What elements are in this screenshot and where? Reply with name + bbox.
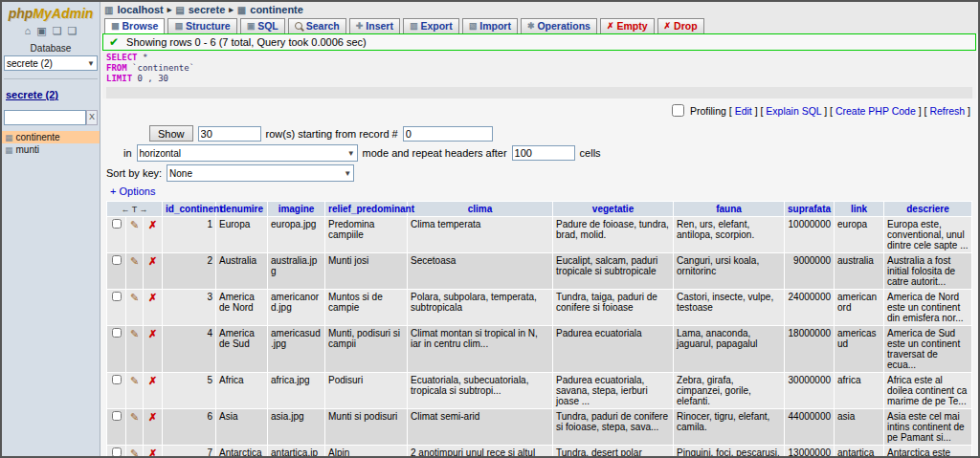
explain-sql-link[interactable]: Explain SQL bbox=[766, 105, 821, 117]
tab-bar: ▦Browse▤Structure▣SQLSearch✚Insert▥Expor… bbox=[104, 18, 974, 33]
tab-search[interactable]: Search bbox=[288, 18, 346, 33]
cell-imagine: asia.jpg bbox=[268, 409, 325, 446]
cell-link: australia bbox=[835, 253, 884, 290]
column-header-clima[interactable]: clima bbox=[408, 202, 553, 217]
edit-pencil-icon[interactable]: ✎ bbox=[130, 292, 139, 303]
edit-pencil-icon[interactable]: ✎ bbox=[130, 328, 139, 339]
rows-label: row(s) starting from record # bbox=[266, 128, 398, 140]
sidebar-table-munti[interactable]: ▦munti bbox=[2, 143, 100, 156]
tab-operations[interactable]: ✱Operations bbox=[521, 18, 597, 33]
sidebar-table-continente[interactable]: ▦continente bbox=[2, 131, 100, 143]
row-checkbox[interactable] bbox=[112, 375, 122, 384]
phpmyadmin-docs-icon[interactable]: ❏ bbox=[53, 25, 62, 37]
breadcrumb-separator: ▸ bbox=[167, 5, 172, 14]
sql-text: `continente` bbox=[127, 63, 194, 73]
show-button[interactable]: Show bbox=[149, 125, 193, 142]
refresh-link[interactable]: Refresh bbox=[929, 105, 965, 117]
browse-icon: ▦ bbox=[111, 21, 120, 31]
breadcrumb-database[interactable]: secrete bbox=[189, 4, 226, 15]
table-filter-input[interactable] bbox=[4, 110, 86, 125]
current-database-link[interactable]: secrete (2) bbox=[2, 81, 100, 106]
cell-denumire: America de Sud bbox=[216, 326, 268, 373]
column-header-fauna[interactable]: fauna bbox=[674, 202, 785, 217]
tab-sql[interactable]: ▣SQL bbox=[240, 18, 285, 33]
row-edit-cell: ✎ bbox=[126, 409, 144, 446]
cell-fauna: Ren, urs, elefant, antilopa, scorpion. bbox=[674, 217, 785, 253]
breadcrumb-server[interactable]: localhost bbox=[117, 4, 163, 15]
delete-x-icon[interactable]: ✗ bbox=[148, 411, 157, 423]
breadcrumb: ▥ localhost ▸ ▤ secrete ▸ ▦ continente bbox=[104, 4, 974, 15]
tab-drop[interactable]: ✗Drop bbox=[657, 18, 704, 33]
column-header-imagine[interactable]: imagine bbox=[268, 202, 325, 217]
tab-browse[interactable]: ▦Browse bbox=[104, 18, 165, 33]
database-select[interactable]: secrete (2)▼ bbox=[4, 55, 98, 71]
cell-denumire: Asia bbox=[216, 409, 268, 446]
edit-pencil-icon[interactable]: ✎ bbox=[130, 411, 139, 423]
edit-pencil-icon[interactable]: ✎ bbox=[130, 255, 139, 267]
row-checkbox[interactable] bbox=[112, 411, 122, 421]
delete-x-icon[interactable]: ✗ bbox=[148, 375, 157, 386]
repeat-headers-input[interactable] bbox=[512, 145, 575, 161]
edit-pencil-icon[interactable]: ✎ bbox=[130, 375, 139, 386]
row-checkbox[interactable] bbox=[112, 292, 122, 301]
edit-link[interactable]: Edit bbox=[735, 105, 752, 117]
breadcrumb-table[interactable]: continente bbox=[250, 4, 303, 15]
row-edit-cell: ✎ bbox=[126, 326, 144, 373]
table-icon: ▦ bbox=[5, 145, 13, 155]
table-row: ✎✗6Asiaasia.jpgMunti si podisuriClimat s… bbox=[107, 409, 972, 446]
options-toggle[interactable]: + Options bbox=[110, 185, 155, 197]
delete-x-icon[interactable]: ✗ bbox=[148, 219, 157, 230]
create-php-code-link[interactable]: Create PHP Code bbox=[835, 105, 916, 117]
table-header-row: ← T → id_continentdenumireimaginerelief_… bbox=[107, 202, 972, 217]
mysql-docs-icon[interactable]: ❏ bbox=[68, 25, 78, 37]
row-edit-cell: ✎ bbox=[126, 290, 144, 326]
delete-x-icon[interactable]: ✗ bbox=[148, 255, 157, 267]
delete-x-icon[interactable]: ✗ bbox=[148, 292, 157, 303]
mode-select[interactable]: horizontal▼ bbox=[137, 144, 358, 162]
operations-icon: ✱ bbox=[527, 21, 535, 31]
cell-imagine: americanord.jpg bbox=[268, 290, 325, 326]
tab-export[interactable]: ▥Export bbox=[403, 18, 459, 33]
row-delete-cell: ✗ bbox=[144, 253, 163, 290]
cell-imagine: africa.jpg bbox=[268, 373, 325, 409]
column-header-link[interactable]: link bbox=[835, 202, 884, 217]
clear-filter-button[interactable]: X bbox=[86, 110, 98, 125]
edit-pencil-icon[interactable]: ✎ bbox=[130, 447, 139, 456]
cell-clima: Climat semi-arid bbox=[408, 409, 553, 446]
tab-structure[interactable]: ▤Structure bbox=[167, 18, 236, 33]
import-icon: ▧ bbox=[469, 21, 478, 31]
sort-key-select[interactable]: None▼ bbox=[167, 164, 354, 182]
column-header-relief_predominant[interactable]: relief_predominant bbox=[325, 202, 408, 217]
cell-descriere: Europa este, conventional, unul dintre c… bbox=[884, 217, 972, 253]
delete-x-icon[interactable]: ✗ bbox=[148, 328, 157, 339]
tab-import[interactable]: ▧Import bbox=[462, 18, 518, 33]
home-icon[interactable]: ⌂ bbox=[25, 25, 32, 37]
row-checkbox[interactable] bbox=[112, 255, 122, 265]
table-list: ▦continente▦munti bbox=[2, 131, 100, 156]
row-checkbox[interactable] bbox=[112, 328, 122, 338]
column-header-id_continent[interactable]: id_continent bbox=[163, 202, 216, 217]
pagination-top: Show row(s) starting from record # in ho… bbox=[106, 125, 976, 199]
start-record-input[interactable] bbox=[403, 126, 493, 142]
profiling-checkbox[interactable] bbox=[672, 104, 684, 117]
column-header-vegetatie[interactable]: vegetatie bbox=[553, 202, 674, 217]
row-nav-header[interactable]: ← T → bbox=[107, 202, 163, 217]
column-header-suprafata[interactable]: suprafata bbox=[785, 202, 835, 217]
row-checkbox[interactable] bbox=[112, 219, 122, 229]
table-row: ✎✗3America de Nordamericanord.jpgMuntos … bbox=[107, 290, 972, 326]
sql-line: LIMIT 0 , 30 bbox=[106, 74, 972, 84]
cell-id_continent: 3 bbox=[163, 290, 216, 326]
column-header-denumire[interactable]: denumire bbox=[216, 202, 268, 217]
logo-rest: MyAdmin bbox=[33, 6, 93, 21]
row-delete-cell: ✗ bbox=[144, 290, 163, 326]
tab-empty[interactable]: ✗Empty bbox=[600, 18, 655, 33]
delete-x-icon[interactable]: ✗ bbox=[148, 447, 157, 456]
sql-window-icon[interactable]: ▣ bbox=[36, 25, 46, 37]
row-edit-cell: ✎ bbox=[126, 217, 144, 253]
tab-insert[interactable]: ✚Insert bbox=[349, 18, 400, 33]
cell-id_continent: 2 bbox=[163, 253, 216, 290]
rows-count-input[interactable] bbox=[198, 126, 261, 142]
edit-pencil-icon[interactable]: ✎ bbox=[130, 219, 139, 230]
row-checkbox[interactable] bbox=[112, 447, 122, 456]
column-header-descriere[interactable]: descriere bbox=[884, 202, 972, 217]
